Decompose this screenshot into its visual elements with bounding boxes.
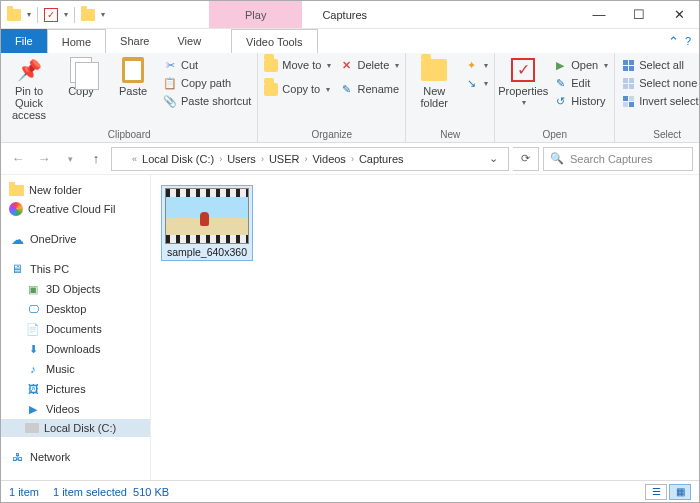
window-title: Captures: [302, 1, 579, 28]
address-dropdown[interactable]: ⌄: [483, 152, 504, 165]
easy-access-icon: ↘: [464, 76, 478, 90]
rename-button[interactable]: ✎Rename: [337, 81, 401, 97]
tab-home[interactable]: Home: [47, 29, 106, 53]
paste-icon: [122, 57, 144, 83]
pin-quick-access-button[interactable]: 📌 Pin to Quick access: [5, 57, 53, 121]
breadcrumb[interactable]: Videos: [309, 153, 348, 165]
creative-cloud-icon: [9, 202, 23, 216]
back-button[interactable]: ←: [7, 148, 29, 170]
chevron-down-icon[interactable]: ▾: [27, 10, 31, 19]
new-folder-qat-icon[interactable]: [81, 9, 95, 21]
documents-icon: 📄: [25, 322, 41, 336]
tab-video-tools[interactable]: Video Tools: [231, 29, 317, 53]
cut-button[interactable]: ✂Cut: [161, 57, 253, 73]
navigation-tree[interactable]: New folder Creative Cloud Fil ☁OneDrive …: [1, 175, 151, 480]
up-button[interactable]: ↑: [85, 148, 107, 170]
icons-view-button[interactable]: ▦: [669, 484, 691, 500]
minimize-button[interactable]: ―: [579, 1, 619, 28]
close-button[interactable]: ✕: [659, 1, 699, 28]
maximize-button[interactable]: ☐: [619, 1, 659, 28]
properties-button[interactable]: ✓ Properties▾: [499, 57, 547, 108]
tree-item-downloads[interactable]: ⬇Downloads: [1, 339, 150, 359]
video-thumbnail: [165, 188, 249, 244]
new-item-button[interactable]: ✦▾: [462, 57, 490, 73]
title-bar: ▾ ✓ ▾ ▾ Play Captures ― ☐ ✕: [1, 1, 699, 29]
edit-button[interactable]: ✎Edit: [551, 75, 610, 91]
cloud-icon: ☁: [9, 232, 25, 246]
copy-to-button[interactable]: Copy to▾: [262, 81, 333, 97]
breadcrumb[interactable]: Captures: [356, 153, 407, 165]
rename-icon: ✎: [339, 82, 353, 96]
copy-icon: [70, 57, 92, 83]
file-item[interactable]: sample_640x360: [161, 185, 253, 261]
help-icon[interactable]: ?: [685, 35, 691, 47]
address-bar[interactable]: « Local Disk (C:)› Users› USER› Videos› …: [111, 147, 509, 171]
tree-item-pictures[interactable]: 🖼Pictures: [1, 379, 150, 399]
tab-share[interactable]: Share: [106, 29, 163, 53]
delete-button[interactable]: ✕Delete▾: [337, 57, 401, 73]
details-view-button[interactable]: ☰: [645, 484, 667, 500]
copy-path-icon: 📋: [163, 76, 177, 90]
breadcrumb[interactable]: Local Disk (C:): [139, 153, 217, 165]
folder-icon[interactable]: [7, 9, 21, 21]
tree-item-creative-cloud[interactable]: Creative Cloud Fil: [1, 199, 150, 219]
tree-item-3d-objects[interactable]: ▣3D Objects: [1, 279, 150, 299]
group-clipboard: 📌 Pin to Quick access Copy Paste ✂Cut 📋C…: [1, 53, 258, 142]
select-all-button[interactable]: Select all: [619, 57, 700, 73]
breadcrumb[interactable]: USER: [266, 153, 303, 165]
tree-item-documents[interactable]: 📄Documents: [1, 319, 150, 339]
history-button[interactable]: ↺History: [551, 93, 610, 109]
tree-item-this-pc[interactable]: 🖥This PC: [1, 259, 150, 279]
file-list[interactable]: sample_640x360: [151, 175, 699, 480]
tree-item-desktop[interactable]: 🖵Desktop: [1, 299, 150, 319]
move-to-button[interactable]: Move to▾: [262, 57, 333, 73]
pin-icon: 📌: [17, 59, 42, 81]
tree-item-network[interactable]: 🖧Network: [1, 447, 150, 467]
group-label: New: [410, 127, 490, 142]
tree-item-music[interactable]: ♪Music: [1, 359, 150, 379]
breadcrumb[interactable]: Users: [224, 153, 259, 165]
refresh-button[interactable]: ⟳: [513, 147, 539, 171]
new-folder-button[interactable]: New folder: [410, 57, 458, 109]
forward-button[interactable]: →: [33, 148, 55, 170]
properties-qat-icon[interactable]: ✓: [44, 8, 58, 22]
tree-item-local-disk[interactable]: Local Disk (C:): [1, 419, 150, 437]
copy-button[interactable]: Copy: [57, 57, 105, 97]
recent-button[interactable]: ▾: [59, 148, 81, 170]
network-icon: 🖧: [9, 450, 25, 464]
disk-icon: [25, 423, 39, 433]
pc-icon: 🖥: [9, 262, 25, 276]
copy-path-button[interactable]: 📋Copy path: [161, 75, 253, 91]
chevron-down-icon[interactable]: ▾: [101, 10, 105, 19]
open-button[interactable]: ▶Open▾: [551, 57, 610, 73]
group-organize: Move to▾ Copy to▾ ✕Delete▾ ✎Rename Organ…: [258, 53, 406, 142]
search-input[interactable]: 🔍 Search Captures: [543, 147, 693, 171]
tree-item-new-folder[interactable]: New folder: [1, 181, 150, 199]
easy-access-button[interactable]: ↘▾: [462, 75, 490, 91]
paste-shortcut-button[interactable]: 📎Paste shortcut: [161, 93, 253, 109]
folder-icon: [9, 185, 24, 196]
tab-view[interactable]: View: [163, 29, 215, 53]
tree-item-onedrive[interactable]: ☁OneDrive: [1, 229, 150, 249]
invert-icon: [621, 94, 635, 108]
paste-button[interactable]: Paste: [109, 57, 157, 97]
select-none-button[interactable]: Select none: [619, 75, 700, 91]
group-open: ✓ Properties▾ ▶Open▾ ✎Edit ↺History Open: [495, 53, 615, 142]
group-label: Select: [619, 127, 700, 142]
move-icon: [264, 58, 278, 72]
delete-icon: ✕: [339, 58, 353, 72]
ribbon: 📌 Pin to Quick access Copy Paste ✂Cut 📋C…: [1, 53, 699, 143]
search-icon: 🔍: [550, 152, 564, 165]
group-label: Open: [499, 127, 610, 142]
file-name: sample_640x360: [167, 246, 247, 258]
pictures-icon: 🖼: [25, 382, 41, 396]
tab-file[interactable]: File: [1, 29, 47, 53]
group-new: New folder ✦▾ ↘▾ New: [406, 53, 495, 142]
collapse-ribbon-icon[interactable]: ⌃: [668, 34, 679, 49]
tree-item-videos[interactable]: ▶Videos: [1, 399, 150, 419]
invert-selection-button[interactable]: Invert selection: [619, 93, 700, 109]
chevron-icon[interactable]: «: [132, 154, 137, 164]
chevron-down-icon[interactable]: ▾: [64, 10, 68, 19]
open-icon: ▶: [553, 58, 567, 72]
videos-icon: ▶: [25, 402, 41, 416]
